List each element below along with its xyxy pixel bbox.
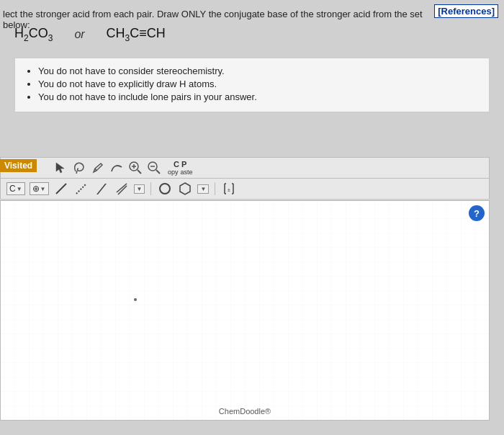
copy-sublabel: opy	[168, 169, 179, 176]
instruction-item-2: You do not have to explicitly draw H ato…	[38, 79, 479, 89]
hexagon-tool[interactable]	[177, 181, 193, 197]
add-dropdown[interactable]: ⊕ ▼	[30, 182, 49, 195]
single-bond-tool[interactable]	[53, 181, 69, 197]
bracket-tool[interactable]: ±	[221, 181, 237, 197]
circle-shape	[159, 183, 171, 194]
instructions-box: You do not have to consider stereochemis…	[14, 58, 490, 112]
paste-p-label: P	[181, 160, 186, 169]
chemdoodle-label: ChemDoodle®	[219, 407, 271, 416]
svg-marker-12	[96, 184, 107, 194]
draw-tool[interactable]	[90, 160, 106, 176]
instructions-list: You do not have to consider stereochemis…	[25, 66, 479, 102]
svg-marker-15	[180, 183, 190, 194]
svg-line-2	[95, 169, 96, 171]
instruction-item-3: You do not have to include lone pairs in…	[38, 91, 479, 102]
instruction-item-1: You do not have to consider stereochemis…	[38, 66, 479, 76]
separator1	[150, 182, 151, 195]
circle-tool[interactable]	[157, 181, 173, 197]
canvas-area[interactable]: ? ChemDoodle®	[1, 201, 489, 420]
zoom-out-tool[interactable]	[146, 160, 162, 176]
references-link[interactable]: [References]	[434, 4, 498, 18]
or-text: or	[74, 28, 84, 41]
bold-bond-tool[interactable]	[94, 181, 109, 197]
element-dropdown[interactable]: C ▼	[6, 182, 25, 195]
toolbar-row1: C P opy aste	[1, 158, 489, 179]
copy-paste-letters: C P	[174, 160, 186, 169]
toolbar: C P opy aste C ▼ ⊕ ▼	[0, 157, 490, 199]
chemical-pair: H2CO3 or CH3C≡CH	[14, 26, 490, 43]
element-label: C	[9, 184, 16, 194]
curve-tool[interactable]	[109, 160, 125, 176]
add-dropdown-arrow: ▼	[40, 186, 46, 192]
svg-line-11	[76, 184, 86, 194]
lasso-tool[interactable]	[71, 160, 87, 176]
help-button[interactable]: ?	[469, 205, 485, 221]
paste-sublabel: aste	[181, 169, 193, 176]
svg-line-4	[138, 170, 141, 174]
svg-line-10	[56, 184, 66, 194]
zoom-in-tool[interactable]	[127, 160, 143, 176]
svg-line-1	[76, 171, 77, 174]
copy-paste-sublabels: opy aste	[168, 169, 193, 176]
ring-dropdown-arrow: ▼	[200, 186, 206, 192]
double-bond-tool[interactable]	[114, 181, 130, 197]
toolbar-row2: C ▼ ⊕ ▼	[1, 179, 489, 199]
canvas-dot	[134, 298, 137, 301]
dotted-bond-tool[interactable]	[73, 181, 89, 197]
separator2	[215, 182, 215, 195]
svg-text:±: ±	[228, 187, 230, 192]
bond-dropdown-arrow: ▼	[137, 186, 143, 192]
svg-line-8	[156, 170, 160, 174]
drawing-canvas[interactable]: ? ChemDoodle®	[0, 200, 490, 421]
copy-c-label: C	[174, 160, 179, 169]
formula1: H2CO3	[14, 26, 53, 43]
element-dropdown-arrow: ▼	[17, 186, 22, 192]
add-icon-label: ⊕	[32, 184, 40, 194]
select-tool[interactable]	[53, 160, 68, 176]
copy-paste-group[interactable]: C P opy aste	[168, 160, 193, 176]
visited-badge: Visited	[0, 159, 37, 172]
formula2: CH3C≡CH	[107, 26, 166, 43]
ring-dropdown[interactable]: ▼	[197, 184, 209, 194]
bond-dropdown[interactable]: ▼	[134, 184, 145, 194]
svg-marker-0	[56, 163, 64, 173]
